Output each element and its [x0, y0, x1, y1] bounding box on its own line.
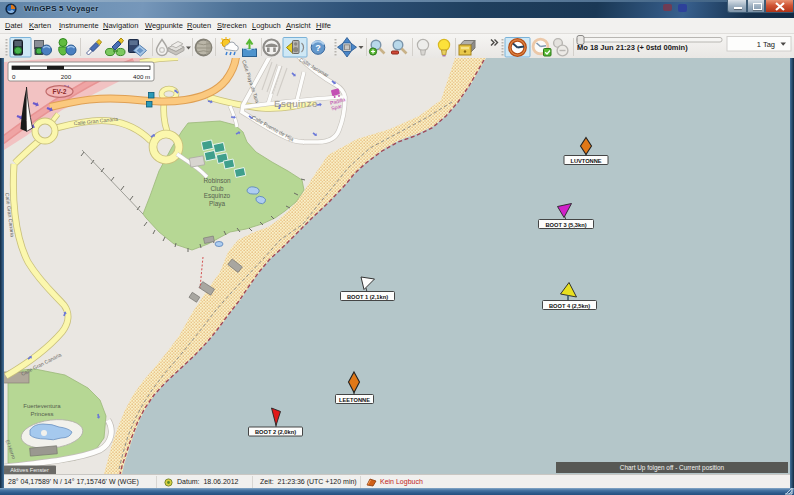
svg-text:0: 0: [12, 73, 16, 80]
svg-text:200: 200: [61, 73, 72, 80]
svg-text:LUVTONNE: LUVTONNE: [570, 158, 601, 164]
svg-text:LEETONNE: LEETONNE: [339, 397, 370, 403]
svg-text:Fuerteventura: Fuerteventura: [23, 403, 61, 409]
svg-text:BOOT 3 (5,3kn): BOOT 3 (5,3kn): [545, 222, 586, 228]
svg-text:Mo 18 Jun 21:23 (+ 0std 00min): Mo 18 Jun 21:23 (+ 0std 00min): [577, 43, 688, 52]
svg-text:Chart Up folgen off - Current: Chart Up folgen off - Current position: [620, 464, 725, 472]
svg-text:BOOT 4 (2,5kn): BOOT 4 (2,5kn): [549, 303, 590, 309]
svg-text:Aktives Fenster: Aktives Fenster: [10, 467, 49, 473]
svg-text:BOOT 1 (2,1kn): BOOT 1 (2,1kn): [347, 294, 388, 300]
svg-text:Club: Club: [210, 185, 224, 192]
svg-text:Robinson: Robinson: [203, 177, 230, 184]
svg-text:Princess: Princess: [30, 411, 53, 417]
svg-text:400 m: 400 m: [133, 73, 150, 80]
svg-text:?: ?: [315, 43, 321, 53]
svg-text:Esquinzo: Esquinzo: [274, 98, 318, 109]
svg-text:1 Tag: 1 Tag: [757, 40, 775, 49]
svg-text:BOOT 2 (2,0kn): BOOT 2 (2,0kn): [255, 429, 296, 435]
svg-text:Playa: Playa: [209, 200, 225, 208]
svg-text:FV-2: FV-2: [53, 88, 67, 95]
